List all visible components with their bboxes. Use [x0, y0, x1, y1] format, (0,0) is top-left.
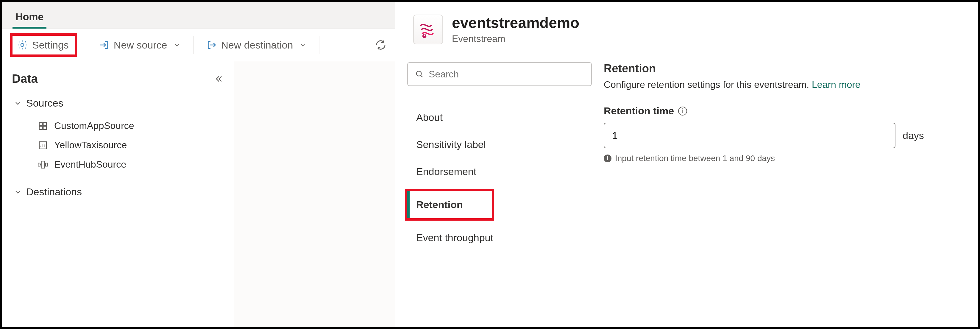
svg-rect-6 — [38, 163, 40, 166]
retention-time-label: Retention time i — [604, 105, 960, 117]
svg-rect-2 — [43, 122, 46, 126]
svg-point-0 — [21, 43, 24, 46]
collapse-panel-button[interactable] — [213, 74, 224, 84]
toolbar-separator — [86, 36, 86, 54]
destinations-group[interactable]: Destinations — [14, 186, 224, 198]
nav-about[interactable]: About — [407, 104, 592, 131]
sources-group[interactable]: Sources — [14, 97, 224, 109]
retention-description: Configure retention settings for this ev… — [604, 79, 960, 90]
tab-strip: Home — [2, 2, 395, 29]
source-item-label: CustomAppSource — [54, 120, 134, 131]
data-panel: Data Sources CustomAppSource — [2, 61, 234, 327]
editor-area: Home Settings — [2, 2, 395, 327]
arrow-out-icon — [206, 40, 217, 50]
flyout-title: eventstreamdemo — [452, 14, 579, 32]
retention-pane: Retention Configure retention settings f… — [604, 62, 960, 327]
search-input[interactable] — [407, 62, 592, 86]
app-frame: Home Settings — [0, 0, 980, 329]
svg-rect-1 — [39, 122, 43, 126]
settings-button[interactable]: Settings — [14, 38, 71, 53]
retention-time-unit: days — [903, 130, 924, 141]
chevron-down-icon — [173, 41, 181, 49]
data-panel-title: Data — [12, 72, 38, 86]
destinations-label: Destinations — [26, 186, 82, 198]
source-item-label: EventHubSource — [54, 159, 126, 170]
toolbar: Settings New source — [2, 29, 395, 61]
arrow-in-icon — [99, 40, 110, 50]
flyout-header: eventstreamdemo Eventstream — [395, 2, 978, 47]
svg-rect-8 — [41, 161, 45, 168]
tab-home[interactable]: Home — [13, 6, 46, 29]
svg-rect-7 — [46, 163, 48, 166]
chevron-down-icon — [14, 99, 22, 108]
editor-canvas[interactable] — [234, 61, 395, 327]
toolbar-separator — [319, 36, 320, 54]
toolbar-separator — [193, 36, 194, 54]
new-source-button[interactable]: New source — [95, 37, 185, 54]
retention-time-input[interactable] — [604, 123, 896, 148]
highlight-retention: Retention — [405, 189, 494, 221]
chevron-down-icon — [14, 188, 22, 196]
flyout-nav: About Sensitivity label Endorsement Rete… — [407, 62, 592, 327]
eventstream-icon — [413, 14, 443, 45]
highlight-settings: Settings — [10, 33, 77, 57]
flyout-subtitle: Eventstream — [452, 33, 579, 45]
retention-time-field-row: days — [604, 123, 960, 148]
info-solid-icon: i — [604, 154, 611, 162]
editor-lower: Data Sources CustomAppSource — [2, 61, 395, 327]
retention-heading: Retention — [604, 62, 960, 75]
retention-hint: i Input retention time between 1 and 90 … — [604, 154, 960, 163]
search-icon — [415, 70, 424, 79]
search-field[interactable] — [429, 69, 584, 80]
refresh-button[interactable] — [375, 39, 387, 51]
settings-label: Settings — [32, 39, 69, 51]
grid-icon — [38, 121, 48, 131]
new-destination-label: New destination — [221, 39, 293, 51]
flyout-body: About Sensitivity label Endorsement Rete… — [395, 47, 978, 327]
new-source-label: New source — [114, 39, 167, 51]
settings-flyout: eventstreamdemo Eventstream About Sensit… — [395, 2, 978, 327]
gear-icon — [17, 39, 28, 51]
chevron-down-icon — [299, 41, 307, 49]
flyout-title-block: eventstreamdemo Eventstream — [452, 14, 579, 45]
learn-more-link[interactable]: Learn more — [812, 79, 861, 90]
sources-label: Sources — [26, 97, 64, 109]
new-destination-button[interactable]: New destination — [202, 37, 310, 54]
nav-retention[interactable]: Retention — [407, 191, 492, 218]
svg-point-10 — [417, 71, 421, 76]
hub-icon — [38, 160, 48, 169]
svg-rect-4 — [43, 126, 46, 130]
source-item[interactable]: EventHubSource — [12, 155, 224, 174]
source-item[interactable]: YellowTaxisource — [12, 135, 224, 155]
svg-rect-3 — [39, 126, 43, 130]
nav-sensitivity[interactable]: Sensitivity label — [407, 131, 592, 158]
source-item[interactable]: CustomAppSource — [12, 116, 224, 135]
nav-endorsement[interactable]: Endorsement — [407, 158, 592, 185]
nav-throughput[interactable]: Event throughput — [407, 224, 592, 251]
source-item-label: YellowTaxisource — [54, 140, 127, 151]
chart-icon — [38, 140, 48, 150]
info-icon[interactable]: i — [678, 106, 687, 116]
